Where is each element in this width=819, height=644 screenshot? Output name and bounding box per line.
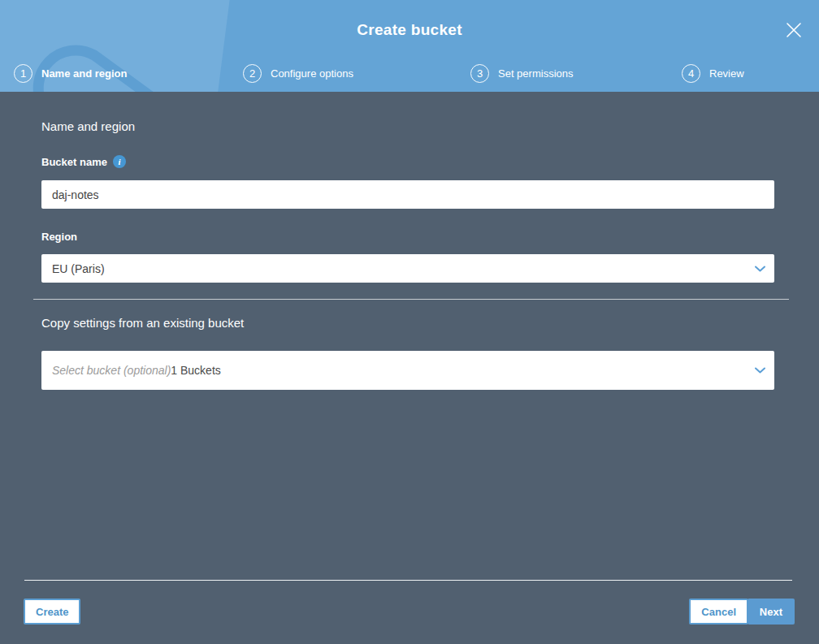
region-field-label: Region <box>41 231 77 243</box>
section-divider <box>33 299 789 300</box>
section-title-copy-settings: Copy settings from an existing bucket <box>41 316 244 330</box>
step-label: Name and region <box>41 67 127 80</box>
step-number: 2 <box>243 64 262 83</box>
close-icon[interactable] <box>782 19 806 43</box>
create-button[interactable]: Create <box>24 599 80 625</box>
region-selected-value: EU (Paris) <box>52 262 105 275</box>
chevron-down-icon <box>755 367 765 374</box>
step-number: 1 <box>14 64 32 83</box>
dialog-header: Create bucket 1 Name and region 2 Config… <box>0 0 819 92</box>
copy-bucket-select[interactable]: Select bucket (optional)1 Buckets <box>41 351 774 390</box>
step-number: 3 <box>470 64 489 83</box>
copy-bucket-placeholder: Select bucket (optional) <box>52 364 171 377</box>
create-bucket-dialog: Create bucket 1 Name and region 2 Config… <box>0 0 819 644</box>
region-select[interactable]: EU (Paris) <box>41 254 774 283</box>
bucket-name-input[interactable] <box>41 180 774 209</box>
next-button[interactable]: Next <box>748 599 795 625</box>
step-review[interactable]: 4 Review <box>682 63 744 83</box>
region-label: Region <box>41 231 77 243</box>
section-title-name-region: Name and region <box>41 119 135 133</box>
buckets-count: 1 Buckets <box>171 364 220 377</box>
bucket-name-label: Bucket name <box>41 156 107 168</box>
step-name-and-region[interactable]: 1 Name and region <box>14 63 127 83</box>
dialog-title: Create bucket <box>0 21 819 39</box>
footer-divider <box>24 580 792 581</box>
step-number: 4 <box>682 64 700 83</box>
step-label: Configure options <box>271 67 353 80</box>
step-label: Review <box>709 67 744 80</box>
chevron-down-icon <box>755 266 765 272</box>
cancel-button[interactable]: Cancel <box>689 599 748 625</box>
bucket-name-field-label: Bucket name i <box>41 155 126 168</box>
step-configure-options[interactable]: 2 Configure options <box>243 63 353 83</box>
step-set-permissions[interactable]: 3 Set permissions <box>470 63 573 83</box>
step-label: Set permissions <box>498 67 573 80</box>
info-icon[interactable]: i <box>113 155 126 168</box>
